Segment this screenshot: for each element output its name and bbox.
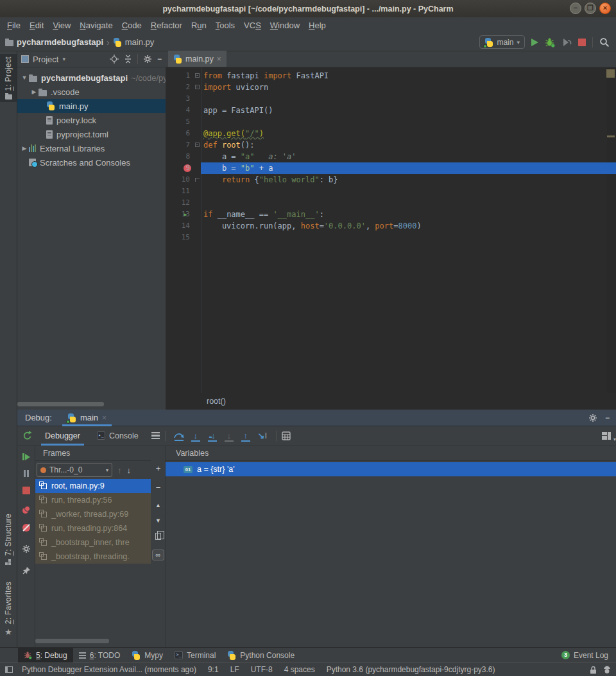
stack-frame-row[interactable]: _bootstrap, threading. — [35, 550, 151, 564]
stack-frame-row[interactable]: _bootstrap_inner, thre — [35, 535, 151, 550]
stack-frame-row[interactable]: run, thread.py:56 — [35, 493, 151, 507]
editor-breadcrumb[interactable]: root() — [207, 397, 226, 406]
menu-item-view[interactable]: View — [48, 17, 75, 33]
tab-console[interactable]: ▸_ Console — [93, 426, 142, 446]
interpreter-indicator[interactable]: Python 3.6 (pycharmdebugfastapi-9cdjtyrg… — [327, 665, 495, 674]
tree-item-poetry-lock[interactable]: poetry.lock — [17, 113, 166, 127]
evaluate-toggle-icon[interactable]: ∞ — [151, 550, 166, 560]
restore-layout-icon[interactable] — [602, 432, 611, 440]
pin-icon[interactable] — [17, 566, 35, 575]
stack-frame-row[interactable]: _worker, thread.py:69 — [35, 507, 151, 521]
stop-button[interactable] — [578, 39, 586, 46]
editor-tab-main-py[interactable]: main.py × — [168, 51, 227, 67]
minimize-button[interactable]: − — [570, 3, 581, 14]
tree-item--vscode[interactable]: ▶.vscode — [17, 85, 166, 99]
step-into-button[interactable]: ↓ — [187, 431, 204, 440]
close-icon[interactable]: × — [102, 413, 107, 422]
stack-frame-row[interactable]: run, threading.py:864 — [35, 521, 151, 535]
code-line-4[interactable]: 4app = FastAPI() — [166, 105, 616, 116]
search-icon[interactable] — [599, 37, 610, 48]
move-up-icon[interactable]: ▲ — [151, 502, 166, 508]
menu-item-edit[interactable]: Edit — [25, 17, 48, 33]
menu-item-run[interactable]: Run — [187, 17, 211, 33]
resume-button[interactable] — [17, 453, 35, 460]
tree-expand-icon[interactable]: ▶ — [30, 89, 38, 95]
evaluate-expression-icon[interactable] — [282, 431, 291, 440]
add-watch-icon[interactable]: + — [151, 464, 166, 473]
menu-item-help[interactable]: Help — [304, 17, 330, 33]
frame-down-icon[interactable]: ↓ — [127, 465, 132, 475]
code-line-11[interactable]: 11 — [166, 186, 616, 197]
toolbar-item-debug[interactable]: 5: Debug — [18, 648, 73, 663]
breadcrumb-file[interactable]: main.py — [125, 37, 155, 47]
debug-session-tab[interactable]: main × — [62, 410, 112, 426]
step-out-button[interactable]: ↑ — [237, 431, 254, 440]
force-step-into-button[interactable]: =↓ — [204, 431, 221, 440]
code-line-2[interactable]: 2import uvicorn — [166, 82, 616, 93]
fold-icon[interactable] — [195, 85, 200, 89]
hide-panel-icon[interactable]: − — [157, 55, 162, 64]
indent-indicator[interactable]: 4 spaces — [284, 665, 315, 674]
project-horizontal-scrollbar[interactable] — [17, 402, 166, 406]
menu-item-navigate[interactable]: Navigate — [75, 17, 117, 33]
stack-frame-row[interactable]: root, main.py:9 — [35, 479, 151, 493]
debug-settings-gear-icon[interactable] — [17, 544, 35, 553]
breadcrumb-project[interactable]: pycharmdebugfastapi — [17, 37, 103, 47]
tree-item-pycharmdebugfastapi[interactable]: ▼pycharmdebugfastapi~/code/pycharmdebugf… — [17, 71, 166, 85]
title-bar[interactable]: pycharmdebugfastapi [~/code/pycharmdebug… — [0, 0, 616, 17]
run-button[interactable] — [531, 39, 538, 46]
view-breakpoints-button[interactable] — [17, 506, 35, 514]
menu-item-file[interactable]: File — [3, 17, 25, 33]
thread-selector[interactable]: Thr...-0_0 ▾ — [37, 463, 112, 477]
caret-position[interactable]: 9:1 — [208, 665, 219, 674]
fold-end-icon[interactable] — [195, 178, 200, 182]
code-line-12[interactable]: 12 — [166, 197, 616, 209]
status-message[interactable]: Python Debugger Extension Avail... (mome… — [22, 665, 196, 674]
menu-item-refactor[interactable]: Refactor — [146, 17, 187, 33]
toolbar-item-todo[interactable]: 6: TODO — [73, 648, 126, 663]
close-button[interactable]: × — [599, 3, 611, 14]
tree-item-external-libraries[interactable]: ▶External Libraries — [17, 141, 166, 155]
code-line-9[interactable]: 9 b = "b" + a — [166, 162, 616, 174]
toolbar-item-mypy[interactable]: Mypy — [126, 648, 169, 663]
code-line-6[interactable]: 6@app.get("/") — [166, 128, 616, 139]
remove-watch-icon[interactable]: − — [151, 483, 166, 492]
tab-debugger[interactable]: Debugger — [41, 426, 84, 446]
debug-button[interactable] — [545, 37, 555, 48]
move-down-icon[interactable]: ▼ — [151, 517, 166, 524]
toolbar-item-python-console[interactable]: Python Console — [221, 648, 300, 663]
code-line-1[interactable]: 1from fastapi import FastAPI — [166, 70, 616, 82]
inspections-profile-icon[interactable] — [603, 666, 611, 674]
close-icon[interactable]: × — [217, 55, 221, 64]
line-ending-indicator[interactable]: LF — [230, 665, 239, 674]
pause-button[interactable] — [17, 470, 35, 477]
variable-row[interactable]: 01 a = {str} 'a' — [166, 462, 616, 476]
sidebar-item-project[interactable]: 1: Project — [0, 54, 17, 102]
step-over-button[interactable] — [171, 432, 187, 440]
code-line-5[interactable]: 5 — [166, 116, 616, 128]
chevron-down-icon[interactable]: ▾ — [62, 56, 65, 62]
duplicate-watch-icon[interactable] — [151, 533, 166, 540]
mute-breakpoints-button[interactable] — [17, 524, 35, 532]
frame-up-icon[interactable]: ↑ — [117, 465, 122, 475]
code-editor[interactable]: 1from fastapi import FastAPI2import uvic… — [166, 67, 616, 393]
tree-collapse-icon[interactable]: ▼ — [20, 74, 29, 81]
tree-item-scratches-and-consoles[interactable]: Scratches and Consoles — [17, 155, 166, 169]
code-line-3[interactable]: 3 — [166, 93, 616, 105]
code-line-14[interactable]: 14 uvicorn.run(app, host='0.0.0.0', port… — [166, 220, 616, 232]
frames-horizontal-scrollbar[interactable] — [35, 639, 151, 643]
rerun-icon[interactable] — [22, 431, 32, 441]
run-config-selector[interactable]: main ▾ — [479, 35, 525, 49]
encoding-indicator[interactable]: UTF-8 — [251, 665, 273, 674]
hide-panel-icon[interactable]: − — [605, 413, 610, 422]
layout-options-icon[interactable] — [151, 432, 160, 440]
tree-item-pyproject-toml[interactable]: pyproject.toml — [17, 127, 166, 141]
run-to-cursor-button[interactable]: ↘I — [254, 431, 271, 440]
gear-icon[interactable] — [143, 55, 152, 64]
stop-button[interactable] — [17, 487, 35, 494]
code-line-13[interactable]: ▶13if __name__ == '__main__': — [166, 209, 616, 220]
menu-item-window[interactable]: Window — [266, 17, 304, 33]
toggle-tool-windows-icon[interactable] — [5, 666, 13, 673]
run-with-coverage-button[interactable] — [561, 38, 572, 47]
gear-icon[interactable] — [588, 413, 597, 422]
